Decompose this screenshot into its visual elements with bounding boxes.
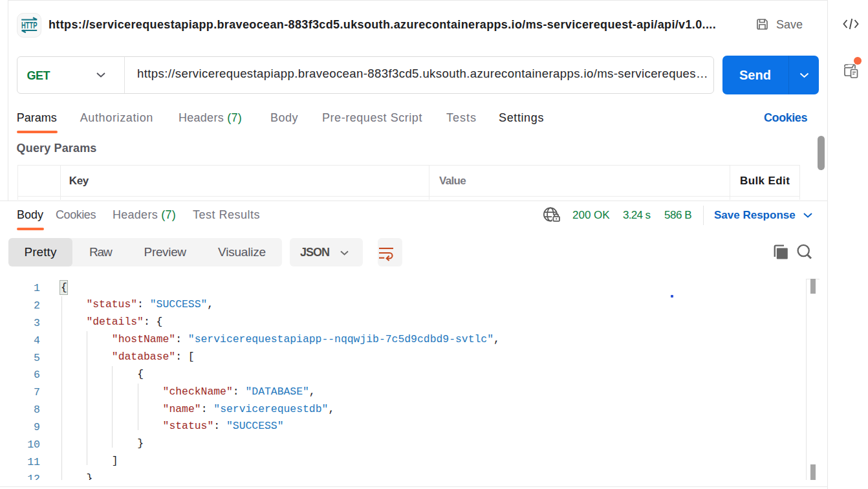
svg-text:HTTP: HTTP: [21, 19, 38, 30]
